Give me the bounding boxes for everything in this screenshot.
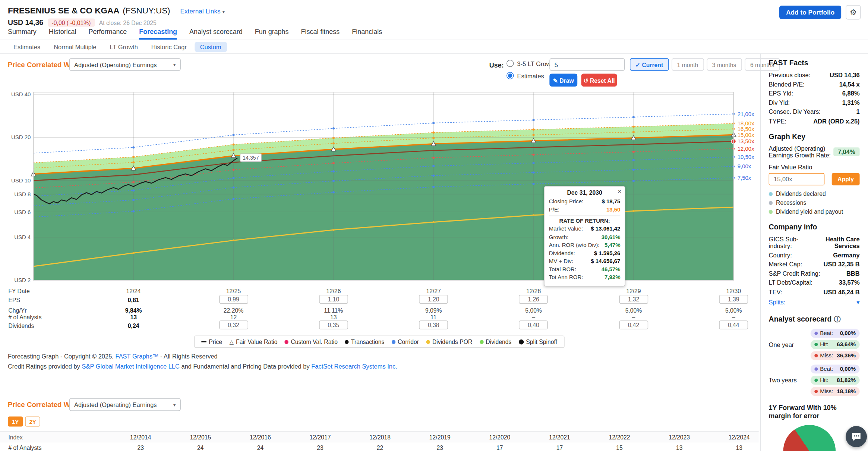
company-info-lt-debt-capital: LT Debt/Capital:33,57% bbox=[769, 279, 860, 286]
subtab-lt-growth[interactable]: LT Growth bbox=[104, 42, 143, 52]
pill-value: 81,82% bbox=[837, 377, 856, 383]
analysts-index-table: Index12/201412/201512/201612/201712/2018… bbox=[0, 431, 759, 451]
legend-label: Dividends bbox=[486, 338, 511, 345]
fast-fact-previous-close: Previous close:USD 14,36 bbox=[769, 72, 860, 78]
dividends-input-12-25[interactable] bbox=[219, 320, 248, 329]
tab-historical[interactable]: Historical bbox=[49, 28, 76, 40]
index-col-12-2014: 12/2014 bbox=[130, 434, 151, 441]
fair-value-input[interactable] bbox=[769, 173, 825, 186]
of-analysts-value-12-26: 13 bbox=[330, 314, 337, 320]
svg-text:15,00x: 15,00x bbox=[738, 132, 754, 138]
scorecard-period-label: Two years bbox=[769, 377, 797, 383]
close-icon[interactable]: × bbox=[618, 188, 622, 195]
dividend-yield-and-payout-marker bbox=[769, 210, 773, 214]
info-icon[interactable]: ⓘ bbox=[834, 316, 840, 323]
chevron-down-icon: ▾ bbox=[222, 9, 225, 15]
eps-input-12-30[interactable] bbox=[719, 295, 748, 304]
forward-margin-title: 1Y Forward With 10% margin for error bbox=[769, 404, 858, 420]
eps-input-12-29[interactable] bbox=[619, 295, 648, 304]
external-links-menu[interactable]: External Links ▾ bbox=[180, 8, 225, 15]
svg-text:USD 10: USD 10 bbox=[11, 177, 31, 184]
chat-button[interactable] bbox=[846, 426, 867, 447]
info-label: LT Debt/Capital: bbox=[769, 279, 812, 286]
range-1-month[interactable]: 1 month bbox=[672, 58, 704, 71]
subtab-custom[interactable]: Custom bbox=[195, 42, 227, 52]
tooltip-row-value: 13,50 bbox=[606, 206, 620, 214]
fy-row-label-eps: EPS bbox=[8, 297, 20, 303]
tooltip-row-label: Total ROR: bbox=[549, 266, 576, 274]
main-panel: Price Correlated With Adjusted (Operatin… bbox=[0, 54, 760, 451]
tab-financials[interactable]: Financials bbox=[352, 28, 382, 40]
range-current[interactable]: ✓ Current bbox=[630, 58, 669, 71]
svg-text:USD 20: USD 20 bbox=[11, 134, 31, 140]
add-to-portfolio-button[interactable]: Add to Portfolio bbox=[779, 6, 841, 19]
metric-select-2[interactable]: Adjusted (Operating) Earnings▾ bbox=[69, 398, 181, 411]
tab-fiscal-fitness[interactable]: Fiscal fitness bbox=[301, 28, 340, 40]
chevron-down-icon: ▾ bbox=[173, 402, 176, 407]
analysts-count-row: # of Analysts2324242322231717151313 bbox=[0, 442, 759, 451]
tooltip-row-label: Ann. ROR (w/o Div): bbox=[549, 241, 600, 250]
fast-graphs-link[interactable]: FAST Graphs™ bbox=[115, 353, 158, 360]
info-label: Market Cap: bbox=[769, 261, 802, 268]
subtab-normal-multiple[interactable]: Normal Multiple bbox=[48, 42, 102, 52]
miss-dot-icon bbox=[814, 390, 818, 393]
dividends-input-12-26[interactable] bbox=[319, 320, 348, 329]
beat-dot-icon bbox=[814, 367, 818, 371]
fy-year-12-24: 12/24 bbox=[126, 288, 141, 294]
toggle-2y[interactable]: 2Y bbox=[25, 417, 40, 427]
estimates-radio-label: Estimates bbox=[517, 72, 544, 79]
dividends-input-12-28[interactable] bbox=[519, 320, 548, 329]
forecasting-chart-zone: 21,00x18,00x16,50x15,00x13,50x12,00x10,5… bbox=[0, 87, 759, 300]
eps-input-12-27[interactable] bbox=[419, 295, 448, 304]
range-3-months[interactable]: 3 months bbox=[707, 58, 742, 71]
fast-fact-consec-div-years: Consec. Div Years:1 bbox=[769, 108, 860, 115]
toggle-1y[interactable]: 1Y bbox=[8, 417, 23, 427]
splits-toggle[interactable]: Splits: ▾ bbox=[769, 299, 860, 306]
reset-all-button[interactable]: ↺ Reset All bbox=[581, 74, 617, 87]
sp-global-link[interactable]: S&P Global Market Intelligence LLC bbox=[82, 363, 180, 370]
tab-analyst-scorecard[interactable]: Analyst scorecard bbox=[189, 28, 243, 40]
tab-fun-graphs[interactable]: Fun graphs bbox=[255, 28, 289, 40]
lt-growth-input[interactable] bbox=[549, 58, 625, 71]
subtab-historic-cagr[interactable]: Historic Cagr bbox=[146, 42, 192, 52]
factset-link[interactable]: FactSet Research Systems Inc. bbox=[311, 363, 397, 370]
tooltip-row-label: MV + Div: bbox=[549, 257, 573, 266]
index-col-12-2023: 12/2023 bbox=[669, 434, 690, 441]
fy-row-label-of-analysts: # of Analysts bbox=[8, 314, 41, 320]
tab-performance[interactable]: Performance bbox=[89, 28, 127, 40]
lt-growth-radio[interactable] bbox=[506, 60, 514, 67]
tooltip-row-value: $ 14.656,67 bbox=[591, 257, 620, 266]
svg-text:9,00x: 9,00x bbox=[738, 163, 751, 169]
eps-input-12-26[interactable] bbox=[319, 295, 348, 304]
svg-text:USD 4: USD 4 bbox=[14, 234, 31, 240]
custom-val-ratio-marker bbox=[285, 340, 288, 344]
dividends-input-12-30[interactable] bbox=[719, 320, 748, 329]
svg-text:USD 6: USD 6 bbox=[14, 209, 31, 215]
company-info-tev: TEV:USD 46,24 B bbox=[769, 289, 860, 295]
scorecard-pill-hit: Hit:81,82% bbox=[811, 376, 860, 385]
subtab-estimates[interactable]: Estimates bbox=[8, 42, 46, 52]
tab-forecasting[interactable]: Forecasting bbox=[139, 28, 177, 40]
info-value: 33,57% bbox=[839, 279, 860, 286]
graph-key-legend-dividend-yield-and-payout: Dividend yield and payout bbox=[769, 209, 860, 215]
eps-input-12-25[interactable] bbox=[219, 295, 248, 304]
settings-button[interactable]: ⚙ bbox=[846, 5, 861, 19]
dividends-input-12-27[interactable] bbox=[419, 320, 448, 329]
chg-yr-value-12-27: 9,09% bbox=[425, 307, 442, 314]
estimates-radio[interactable] bbox=[506, 72, 514, 79]
draw-button[interactable]: ✎ Draw bbox=[549, 74, 577, 87]
eps-input-12-28[interactable] bbox=[519, 295, 548, 304]
graph-key-legend-recessions: Recessions bbox=[769, 200, 860, 206]
analysts-value-12-2019: 23 bbox=[436, 444, 443, 451]
apply-button[interactable]: Apply bbox=[832, 173, 860, 186]
tab-summary[interactable]: Summary bbox=[8, 28, 37, 40]
legend-item-split-spinoff: Split Spinoff bbox=[519, 338, 557, 345]
info-label: S&P Credit Rating: bbox=[769, 270, 820, 277]
dividends-input-12-29[interactable] bbox=[619, 320, 648, 329]
analysts-value-12-2020: 17 bbox=[496, 444, 503, 451]
dividends-marker bbox=[480, 340, 483, 344]
metric-select[interactable]: Adjusted (Operating) Earnings▾ bbox=[69, 58, 181, 71]
forecasting-chart[interactable]: 21,00x18,00x16,50x15,00x13,50x12,00x10,5… bbox=[0, 87, 759, 284]
beat-dot-icon bbox=[814, 332, 818, 335]
info-value: USD 46,24 B bbox=[824, 289, 860, 295]
